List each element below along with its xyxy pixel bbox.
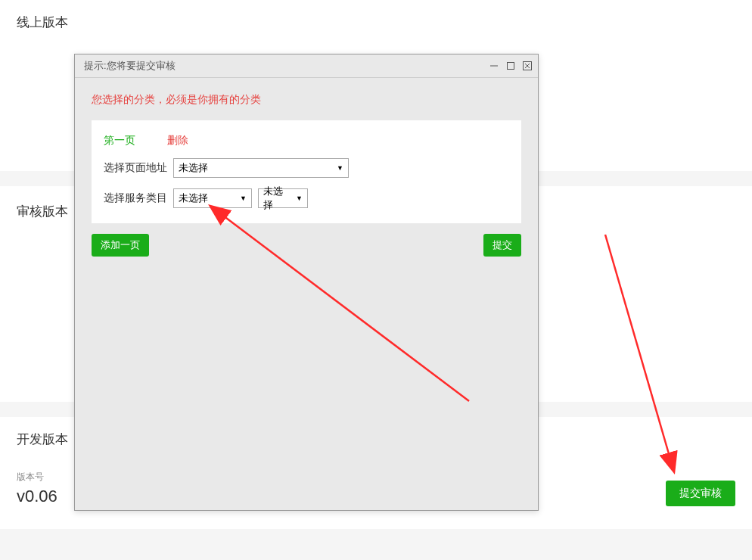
dialog-body: 您选择的分类，必须是你拥有的分类 第一页 删除 选择页面地址 未选择 ▼ 选择服… xyxy=(75,78,538,272)
service-category-select-2-value: 未选择 xyxy=(263,185,291,212)
version-caption: 版本号 xyxy=(17,471,57,484)
version-block: 版本号 v0.06 xyxy=(17,471,57,506)
form-card: 第一页 删除 选择页面地址 未选择 ▼ 选择服务类目 未选择 ▼ 未选择 ▼ xyxy=(92,120,521,223)
submit-review-dialog: 提示:您将要提交审核 您选择的分类，必须是你拥有的分类 第一页 删除 xyxy=(74,54,539,511)
close-icon[interactable] xyxy=(521,61,533,71)
service-category-row: 选择服务类目 未选择 ▼ 未选择 ▼ xyxy=(104,188,509,208)
maximize-icon[interactable] xyxy=(505,61,517,71)
service-category-label: 选择服务类目 xyxy=(104,191,173,205)
page-address-row: 选择页面地址 未选择 ▼ xyxy=(104,158,509,178)
dialog-action-row: 添加一页 提交 xyxy=(92,234,521,257)
service-category-select-2[interactable]: 未选择 ▼ xyxy=(258,188,308,208)
page-number-label: 第一页 xyxy=(104,134,135,148)
chevron-down-icon: ▼ xyxy=(296,194,303,202)
page-address-select-value: 未选择 xyxy=(179,161,208,175)
delete-page-link[interactable]: 删除 xyxy=(167,134,188,148)
submit-review-button[interactable]: 提交审核 xyxy=(666,481,735,506)
page-address-select[interactable]: 未选择 ▼ xyxy=(173,158,349,178)
service-category-select-1-value: 未选择 xyxy=(179,191,208,205)
add-page-button[interactable]: 添加一页 xyxy=(92,234,149,257)
form-header: 第一页 删除 xyxy=(104,134,509,148)
window-controls xyxy=(488,61,533,71)
category-warning-text: 您选择的分类，必须是你拥有的分类 xyxy=(92,93,521,107)
version-number: v0.06 xyxy=(17,487,57,506)
service-category-select-1[interactable]: 未选择 ▼ xyxy=(173,188,252,208)
submit-button[interactable]: 提交 xyxy=(483,234,521,257)
minimize-icon[interactable] xyxy=(488,61,500,71)
dialog-title-text: 提示:您将要提交审核 xyxy=(84,59,176,73)
chevron-down-icon: ▼ xyxy=(240,194,247,202)
page-address-label: 选择页面地址 xyxy=(104,161,173,175)
online-version-title: 线上版本 xyxy=(17,14,735,31)
svg-rect-1 xyxy=(508,63,514,70)
dialog-titlebar: 提示:您将要提交审核 xyxy=(75,54,538,78)
chevron-down-icon: ▼ xyxy=(337,164,343,172)
